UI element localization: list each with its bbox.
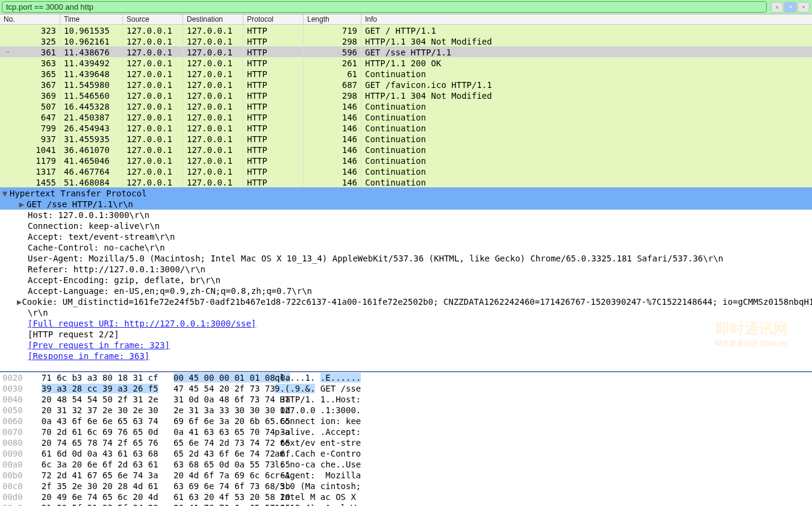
- col-header-source[interactable]: Source: [123, 14, 183, 24]
- proto-http-label: Hypertext Transfer Protocol: [10, 188, 147, 199]
- hex-row[interactable]: 0050 20 31 32 37 2e 30 2e 30 2e 31 3a 33…: [0, 405, 812, 416]
- packet-list-body[interactable]: 32310.961535127.0.0.1127.0.0.1HTTP719GET…: [0, 25, 812, 187]
- filter-dropdown-button[interactable]: ▾: [798, 2, 810, 13]
- packet-details-pane[interactable]: ▼ Hypertext Transfer Protocol ▶ GET /sse…: [0, 188, 812, 372]
- col-header-info[interactable]: Info: [361, 14, 812, 24]
- col-header-destination[interactable]: Destination: [183, 14, 243, 24]
- hex-row[interactable]: 0070 70 2d 61 6c 69 76 65 0d 0a 41 63 63…: [0, 426, 812, 437]
- http-header-line[interactable]: Accept-Encoding: gzip, deflate, br\r\n: [0, 275, 812, 286]
- http-header-line[interactable]: User-Agent: Mozilla/5.0 (Macintosh; Inte…: [0, 253, 812, 264]
- http-header-line[interactable]: Host: 127.0.0.1:3000\r\n: [0, 210, 812, 220]
- hex-row[interactable]: 00d0 20 49 6e 74 65 6c 20 4d 61 63 20 4f…: [0, 492, 812, 502]
- col-header-protocol[interactable]: Protocol: [243, 14, 304, 24]
- disclosure-triangle-icon[interactable]: ▶: [17, 199, 27, 210]
- packet-row[interactable]: 50716.445328127.0.0.1127.0.0.1HTTP146Con…: [0, 101, 812, 111]
- packet-row[interactable]: 36111.438676127.0.0.1127.0.0.1HTTP596GET…: [0, 46, 812, 57]
- http-header-line[interactable]: ▶Cookie: UM_distinctid=161fe72e24f5b7-0a…: [0, 296, 812, 307]
- hex-row[interactable]: 00a0 6c 3a 20 6e 6f 2d 63 61 63 68 65 0d…: [0, 459, 812, 470]
- packet-bytes-pane[interactable]: 0020 71 6c b3 a3 80 18 31 cf 00 45 00 00…: [0, 372, 812, 506]
- hex-row[interactable]: 0020 71 6c b3 a3 80 18 31 cf 00 45 00 00…: [0, 372, 812, 383]
- col-header-length[interactable]: Length: [304, 14, 361, 24]
- http-request-line-text: GET /sse HTTP/1.1\r\n: [27, 199, 133, 210]
- packet-row[interactable]: 64721.450387127.0.0.1127.0.0.1HTTP146Con…: [0, 111, 812, 122]
- http-header-line[interactable]: Accept-Language: en-US,en;q=0.9,zh-CN;q=…: [0, 286, 812, 296]
- packet-row[interactable]: 32510.962161127.0.0.1127.0.0.1HTTP298HTT…: [0, 36, 812, 46]
- packet-row[interactable]: 93731.455935127.0.0.1127.0.0.1HTTP146Con…: [0, 133, 812, 144]
- http-header-line[interactable]: Connection: keep-alive\r\n: [0, 220, 812, 231]
- packet-row[interactable]: 104136.461070127.0.0.1127.0.0.1HTTP146Co…: [0, 144, 812, 155]
- http-header-line[interactable]: Accept: text/event-stream\r\n: [0, 231, 812, 242]
- hex-row[interactable]: 00e0 31 30 5f 31 33 5f 34 29 20 41 70 70…: [0, 502, 812, 506]
- packet-list-header: No. Time Source Destination Protocol Len…: [0, 14, 812, 25]
- display-filter-bar: ✕ ➔ ▾: [0, 0, 812, 14]
- packet-row[interactable]: 117941.465046127.0.0.1127.0.0.1HTTP146Co…: [0, 155, 812, 166]
- hex-row[interactable]: 0030 39 a3 28 cc 39 a3 26 f5 47 45 54 20…: [0, 383, 812, 394]
- packet-row[interactable]: 36311.439492127.0.0.1127.0.0.1HTTP261HTT…: [0, 57, 812, 68]
- http-header-line[interactable]: Cache-Control: no-cache\r\n: [0, 242, 812, 253]
- http-prev-request[interactable]: [Prev request in frame: 323]: [0, 340, 812, 351]
- hex-row[interactable]: 00c0 2f 35 2e 30 20 28 4d 61 63 69 6e 74…: [0, 481, 812, 492]
- clear-filter-button[interactable]: ✕: [771, 2, 783, 13]
- apply-filter-button[interactable]: ➔: [784, 2, 796, 13]
- hex-row[interactable]: 00b0 72 2d 41 67 65 6e 74 3a 20 4d 6f 7a…: [0, 470, 812, 481]
- packet-row[interactable]: 32310.961535127.0.0.1127.0.0.1HTTP719GET…: [0, 25, 812, 36]
- packet-row[interactable]: 79926.454943127.0.0.1127.0.0.1HTTP146Con…: [0, 122, 812, 133]
- hex-row[interactable]: 0060 0a 43 6f 6e 6e 65 63 74 69 6f 6e 3a…: [0, 416, 812, 426]
- disclosure-triangle-icon[interactable]: ▼: [0, 188, 10, 199]
- proto-http-root[interactable]: ▼ Hypertext Transfer Protocol: [0, 188, 812, 199]
- packet-row[interactable]: 36511.439648127.0.0.1127.0.0.1HTTP61Cont…: [0, 68, 812, 79]
- hex-row[interactable]: 0080 20 74 65 78 74 2f 65 76 65 6e 74 2d…: [0, 437, 812, 448]
- http-request-line[interactable]: ▶ GET /sse HTTP/1.1\r\n: [0, 199, 812, 210]
- packet-row[interactable]: 145551.468084127.0.0.1127.0.0.1HTTP146Co…: [0, 176, 812, 187]
- packet-row[interactable]: 36911.546560127.0.0.1127.0.0.1HTTP298HTT…: [0, 90, 812, 101]
- http-request-index[interactable]: [HTTP request 2/2]: [0, 329, 812, 340]
- packet-list-pane: No. Time Source Destination Protocol Len…: [0, 14, 812, 188]
- col-header-no[interactable]: No.: [0, 14, 60, 24]
- disclosure-triangle-icon[interactable]: ▶: [17, 296, 22, 307]
- packet-row[interactable]: 131746.467764127.0.0.1127.0.0.1HTTP146Co…: [0, 166, 812, 176]
- packet-row[interactable]: 36711.545980127.0.0.1127.0.0.1HTTP687GET…: [0, 79, 812, 90]
- http-header-line[interactable]: \r\n: [0, 307, 812, 318]
- hex-row[interactable]: 0040 20 48 54 54 50 2f 31 2e 31 0d 0a 48…: [0, 394, 812, 405]
- col-header-time[interactable]: Time: [60, 14, 123, 24]
- http-response-in[interactable]: [Response in frame: 363]: [0, 351, 812, 361]
- http-header-line[interactable]: Referer: http://127.0.0.1:3000/\r\n: [0, 264, 812, 275]
- display-filter-input[interactable]: [2, 1, 767, 13]
- http-full-uri[interactable]: [Full request URI: http://127.0.0.1:3000…: [0, 318, 812, 329]
- hex-row[interactable]: 0090 61 6d 0d 0a 43 61 63 68 65 2d 43 6f…: [0, 448, 812, 459]
